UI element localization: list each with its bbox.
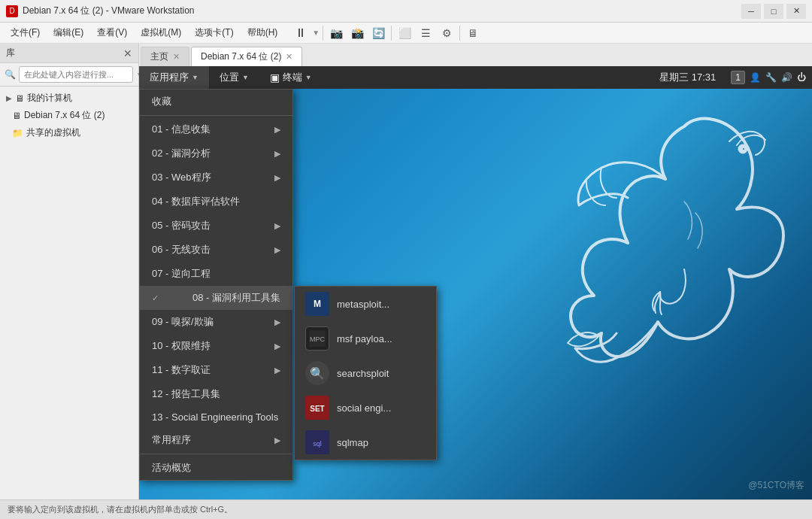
tree-item-shared-vms[interactable]: 📁 共享的虚拟机 [0,124,138,141]
menu-02-vuln[interactable]: 02 - 漏洞分析 ▶ [140,141,292,165]
tab-vm-close[interactable]: ✕ [286,52,292,62]
kali-places-label: 位置 [220,71,239,84]
toolbar-prefs[interactable]: ⚙ [437,23,456,43]
menu-tabs[interactable]: 选项卡(T) [189,24,239,41]
toolbar-sep2 [391,26,392,41]
metasploit-icon: M [305,292,329,316]
menu-09-sniff[interactable]: 09 - 嗅探/欺骗 ▶ [140,310,292,334]
searchsploit-icon: 🔍 [305,361,329,385]
minimize-button[interactable]: ─ [741,4,761,19]
menu-activity-overview[interactable]: 活动概览 [140,456,292,480]
submenu-arrow-common: ▶ [274,436,280,445]
menu-favorites[interactable]: 收藏 [140,90,292,114]
svg-point-1 [742,147,746,151]
tree-icon-computer: 🖥 [15,93,24,104]
tree-icon-shared: 📁 [12,128,23,138]
menu-10-maintain[interactable]: 10 - 权限维持 ▶ [140,334,292,358]
submenu-sqlmap[interactable]: sql sqlmap [295,425,436,460]
toolbar-snapshot2[interactable]: 📸 [347,23,367,43]
kali-dragon-logo [534,81,797,397]
search-icon: 🔍 [5,69,16,80]
svg-text:M: M [314,299,321,309]
submenu-metasploit[interactable]: M metasploit... [295,287,436,321]
menu-edit[interactable]: 编辑(E) [47,24,89,41]
status-text: 要将输入定向到该虚拟机，请在虚拟机内部单击或按 Ctrl+G。 [8,504,232,515]
toolbar-fullscreen[interactable]: ⬜ [395,23,414,43]
menu-07-reverse[interactable]: 07 - 逆向工程 [140,262,292,286]
toolbar-pause-btn[interactable]: ⏸ [291,23,311,43]
submenu-msfpayload[interactable]: MPC msf payloa... [295,321,436,356]
tree-item-debian[interactable]: 🖥 Debian 7.x 64 位 (2) [0,107,138,124]
toolbar-unity[interactable]: ☰ [416,23,435,43]
tab-vm[interactable]: Debian 7.x 64 位 (2) ✕ [191,47,302,66]
app-icon: D [6,5,18,17]
menu-05-password[interactable]: 05 - 密码攻击 ▶ [140,214,292,238]
menu-06-wireless[interactable]: 06 - 无线攻击 ▶ [140,238,292,262]
menu-08-check-icon: ✓ [152,293,159,303]
vm-desktop[interactable]: 应用程序 ▼ 位置 ▼ ▣ 终端 ▼ [139,66,812,499]
msfpayload-label: msf payloa... [337,333,392,344]
menu-04-db[interactable]: 04 - 数据库评估软件 [140,190,292,214]
kali-terminal-menu-btn[interactable]: ▣ 终端 ▼ [259,66,323,89]
set-label: social engi... [337,402,391,414]
toolbar-snapshot3[interactable]: 🔄 [368,23,388,43]
places-menu-arrow-icon: ▼ [242,74,249,81]
set-icon: SET [305,396,329,420]
sidebar-search-bar: 🔍 ▼ [0,63,138,86]
submenu-arrow-03: ▶ [274,173,280,183]
toolbar-view[interactable]: 🖥 [463,23,483,43]
search-input[interactable] [19,66,133,83]
menu-01-info[interactable]: 01 - 信息收集 ▶ [140,117,292,141]
tab-home[interactable]: 主页 ✕ [141,47,189,66]
vmware-status-bar: 要将输入定向到该虚拟机，请在虚拟机内部单击或按 Ctrl+G。 [0,499,812,519]
menu-12-report[interactable]: 12 - 报告工具集 [140,382,292,406]
kali-clock: 星期三 17:31 [650,71,725,84]
maximize-button[interactable]: □ [764,4,783,19]
menu-view[interactable]: 查看(V) [91,24,133,41]
submenu-set[interactable]: SET social engi... [295,390,436,425]
menu-13-set[interactable]: 13 - Social Engineering Tools [140,406,292,428]
main-content: 库 ✕ 🔍 ▼ ▶ 🖥 我的计算机 🖥 Debian 7.x 64 位 (2) [0,44,812,499]
tree-item-my-computer[interactable]: ▶ 🖥 我的计算机 [0,90,138,107]
submenu-arrow-01: ▶ [274,125,280,135]
window-controls: ─ □ ✕ [741,4,806,19]
tab-home-close[interactable]: ✕ [173,52,180,62]
kali-power-icon[interactable]: ⏻ [797,72,806,83]
app-menu-dropdown: 收藏 01 - 信息收集 ▶ 02 - 漏洞分析 ▶ 03 - Web程序 [139,89,293,481]
exploit-tools-submenu: M metasploit... MPC [294,286,437,460]
searchsploit-label: searchsploit [337,368,389,379]
menu-common-apps[interactable]: 常用程序 ▶ [140,428,292,452]
menu-11-forensics[interactable]: 11 - 数字取证 ▶ [140,358,292,382]
kali-terminal-label: 终端 [283,71,302,84]
metasploit-label: metasploit... [337,299,389,310]
sidebar-title: 库 [6,47,15,59]
menu-vm[interactable]: 虚拟机(M) [135,24,187,41]
kali-audio-icon[interactable]: 🔊 [781,72,792,83]
menu-file[interactable]: 文件(F) [5,24,46,41]
menu-divider-1 [140,115,292,116]
sqlmap-icon: sql [305,430,329,454]
toolbar-dropdown-arrow[interactable]: ▼ [312,29,320,37]
kali-app-menu-bar: 应用程序 ▼ 位置 ▼ ▣ 终端 ▼ [139,66,323,89]
menu-help[interactable]: 帮助(H) [241,24,284,41]
tree-arrow-my-computer: ▶ [6,94,12,102]
menu-divider-2 [140,454,292,454]
kali-num-badge: 1 [731,71,745,84]
submenu-arrow-02: ▶ [274,149,280,159]
submenu-searchsploit[interactable]: 🔍 searchsploit [295,356,436,390]
kali-places-menu-btn[interactable]: 位置 ▼ [209,66,259,89]
kali-system-tray: 1 👤 🔧 🔊 ⏻ [725,71,812,84]
kali-user-icon[interactable]: 👤 [750,72,761,83]
kali-apps-menu-btn[interactable]: 应用程序 ▼ [139,66,209,89]
sidebar-close-btn[interactable]: ✕ [123,47,132,59]
terminal-menu-arrow-icon: ▼ [305,74,312,81]
toolbar-snapshot1[interactable]: 📷 [326,23,346,43]
kali-settings-icon[interactable]: 🔧 [765,72,777,83]
svg-text:SET: SET [310,405,324,413]
menu-08-exploit[interactable]: ✓ 08 - 漏洞利用工具集 M [140,286,292,310]
menu-03-web[interactable]: 03 - Web程序 ▶ [140,165,292,190]
sidebar: 库 ✕ 🔍 ▼ ▶ 🖥 我的计算机 🖥 Debian 7.x 64 位 (2) [0,44,139,499]
close-button[interactable]: ✕ [786,4,806,19]
terminal-icon: ▣ [270,71,280,83]
submenu-arrow-11: ▶ [274,366,280,375]
